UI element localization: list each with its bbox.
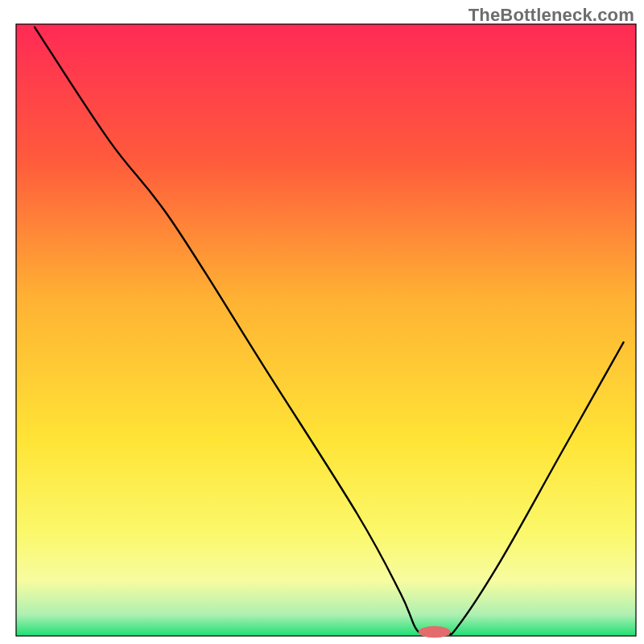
chart-svg <box>0 0 644 644</box>
watermark-text: TheBottleneck.com <box>469 5 634 26</box>
plot-background <box>16 24 636 636</box>
optimal-zone-marker <box>419 626 451 638</box>
bottleneck-chart: TheBottleneck.com <box>0 0 644 644</box>
